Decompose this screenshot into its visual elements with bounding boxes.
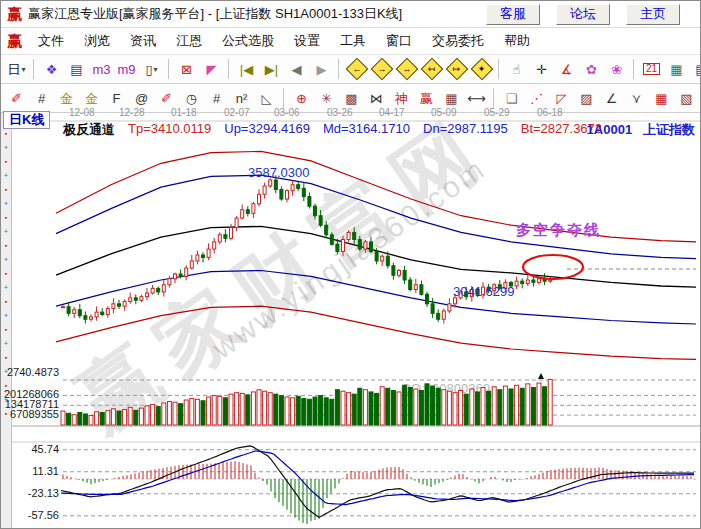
square-of-nine-icon[interactable]: ❀ — [605, 58, 628, 80]
candle-style-icon[interactable]: ▯▾ — [140, 58, 163, 80]
crosshair-icon[interactable]: ✛ — [530, 58, 553, 80]
left-tool-icon[interactable]: ▪ — [5, 239, 7, 253]
left-tool-icon[interactable]: + — [4, 141, 8, 155]
left-tool-icon[interactable]: + — [4, 169, 8, 183]
peak-price-annotation: 3587.0300 — [248, 165, 309, 180]
price-grid-icon[interactable]: # — [205, 87, 228, 109]
homepage-button[interactable]: 主页 — [626, 4, 680, 25]
menu-item-7[interactable]: 窗口 — [376, 32, 422, 50]
left-tool-icon[interactable]: ▪ — [5, 323, 7, 337]
pen2-icon[interactable]: ✐ — [155, 87, 178, 109]
toolbar-separator — [498, 59, 500, 79]
left-tool-icon[interactable]: ▪ — [5, 155, 7, 169]
toolbar-separator — [338, 59, 340, 79]
app-window: { "window": { "logo": "赢", "title": "赢家江… — [0, 0, 701, 529]
n-square-icon[interactable]: n² — [230, 87, 253, 109]
menu-item-3[interactable]: 江恩 — [166, 32, 212, 50]
menu-item-9[interactable]: 帮助 — [494, 32, 540, 50]
gann-tool-icon[interactable]: ⊠ — [175, 58, 198, 80]
left-tool-icon[interactable]: ▪ — [5, 127, 7, 141]
calendar-icon[interactable]: 21 — [640, 58, 663, 80]
square-web-icon[interactable]: ▩ — [340, 87, 363, 109]
grid-arrow-icon[interactable]: ▧ — [675, 87, 698, 109]
left-tool-icon[interactable]: ▪ — [5, 183, 7, 197]
gann-target-icon[interactable]: ⊕ — [290, 87, 313, 109]
spiral-icon[interactable]: @ — [130, 87, 153, 109]
left-tool-icon[interactable]: ▪ — [5, 351, 7, 365]
period-tab[interactable]: 日K线 — [3, 111, 50, 129]
width-measure-icon[interactable]: ⟷ — [465, 87, 488, 109]
fan-box-icon[interactable]: ◸ — [550, 87, 573, 109]
protractor-icon[interactable]: ◺ — [255, 87, 278, 109]
angle-measure-icon[interactable]: ∡ — [555, 58, 578, 80]
battle-line-annotation: 多空争夺线 — [516, 221, 601, 240]
date-tick-label: 03-26 — [327, 107, 353, 118]
chart-area[interactable]: 赢家财富网 www.yingjia360.com — [1, 113, 701, 529]
fan-lines-icon[interactable]: ⋰ — [525, 87, 548, 109]
shen-grid-icon[interactable]: 神 — [390, 87, 413, 109]
pan-hand-icon[interactable]: ☝ — [505, 58, 528, 80]
menu-item-0[interactable]: 文件 — [28, 32, 74, 50]
gann-wheel-icon[interactable]: ✿ — [580, 58, 603, 80]
left-tool-icon[interactable]: + — [4, 253, 8, 267]
menu-item-1[interactable]: 浏览 — [74, 32, 120, 50]
box-tool-icon[interactable]: ❏ — [500, 87, 523, 109]
toolbar-separator — [493, 88, 495, 108]
angle-lines-icon[interactable]: ∠ — [600, 87, 623, 109]
zoom-out-diamond-icon[interactable]: ← — [345, 58, 368, 80]
left-tool-icon[interactable]: + — [4, 309, 8, 323]
indicator-name: 极反通道 — [63, 121, 115, 139]
left-tool-icon[interactable]: ▪ — [5, 211, 7, 225]
menu-bar: 赢 文件浏览资讯江恩公式选股设置工具窗口交易委托帮助 — [1, 28, 700, 55]
date-tick-label: 01-18 — [171, 107, 197, 118]
notes-icon[interactable]: ▤ — [690, 58, 701, 80]
menu-item-2[interactable]: 资讯 — [120, 32, 166, 50]
date-tick-label: 04-17 — [379, 107, 405, 118]
window-title: 赢家江恩专业版[赢家服务平台] - [上证指数 SH1A0001-133日K线] — [28, 5, 486, 23]
nav-first-icon[interactable]: |◀ — [235, 58, 258, 80]
diagonal-box-icon[interactable]: ▨ — [575, 87, 598, 109]
brush-icon[interactable]: ✐ — [5, 87, 28, 109]
toolbar-separator — [168, 59, 170, 79]
info-document-icon[interactable]: ▤ — [65, 58, 88, 80]
number-grid-icon[interactable]: ▦ — [440, 87, 463, 109]
nav-last-icon[interactable]: ▶| — [260, 58, 283, 80]
nav-next-icon[interactable]: ▶ — [310, 58, 333, 80]
pattern-window-icon[interactable]: ❖ — [40, 58, 63, 80]
customer-service-button[interactable]: 客服 — [486, 4, 540, 25]
left-tool-icon[interactable]: + — [4, 197, 8, 211]
menu-item-5[interactable]: 设置 — [284, 32, 330, 50]
left-tool-icon[interactable]: + — [4, 337, 8, 351]
time-cycle-icon[interactable]: ◷ — [180, 87, 203, 109]
compress-diamond-icon[interactable]: ↦ — [445, 58, 468, 80]
range-right-diamond-icon[interactable]: ↤ — [420, 58, 443, 80]
left-tool-icon[interactable]: + — [4, 225, 8, 239]
menu-item-8[interactable]: 交易委托 — [422, 32, 494, 50]
left-tool-icon[interactable]: ▪ — [5, 267, 7, 281]
kline-period-icon[interactable]: 日▾ — [5, 58, 28, 80]
golden-ratio-grid-icon[interactable]: 金 — [55, 87, 78, 109]
left-tool-icon[interactable]: ▪ — [5, 295, 7, 309]
red-grid-icon[interactable]: ▦ — [650, 87, 673, 109]
trend-lines-icon[interactable]: ⋈ — [365, 87, 388, 109]
nav-prev-icon[interactable]: ◀ — [285, 58, 308, 80]
ying-grid-icon[interactable]: 赢 — [415, 87, 438, 109]
range-left-diamond-icon[interactable]: ↔ — [395, 58, 418, 80]
zoom-in-diamond-icon[interactable]: → — [370, 58, 393, 80]
forum-button[interactable]: 论坛 — [556, 4, 610, 25]
left-tool-icon[interactable]: + — [4, 281, 8, 295]
v-lines-icon[interactable]: ⋎ — [625, 87, 648, 109]
calculator-icon[interactable]: ▦ — [665, 58, 688, 80]
fibonacci-grid-icon[interactable]: F — [105, 87, 128, 109]
menu-item-6[interactable]: 工具 — [330, 32, 376, 50]
colored-kline-icon[interactable]: ◤ — [200, 58, 223, 80]
menu-item-4[interactable]: 公式选股 — [212, 32, 284, 50]
expand-diamond-icon[interactable]: ✦ — [470, 58, 493, 80]
kline-chart-canvas[interactable] — [1, 113, 701, 529]
gann-grid-icon[interactable]: # — [30, 87, 53, 109]
wave-9-icon[interactable]: m9 — [115, 58, 138, 80]
toolbar-separator — [283, 88, 285, 108]
golden-section-grid-icon[interactable]: 金 — [80, 87, 103, 109]
wave-3-icon[interactable]: m3 — [90, 58, 113, 80]
spider-web-icon[interactable]: ✳ — [315, 87, 338, 109]
